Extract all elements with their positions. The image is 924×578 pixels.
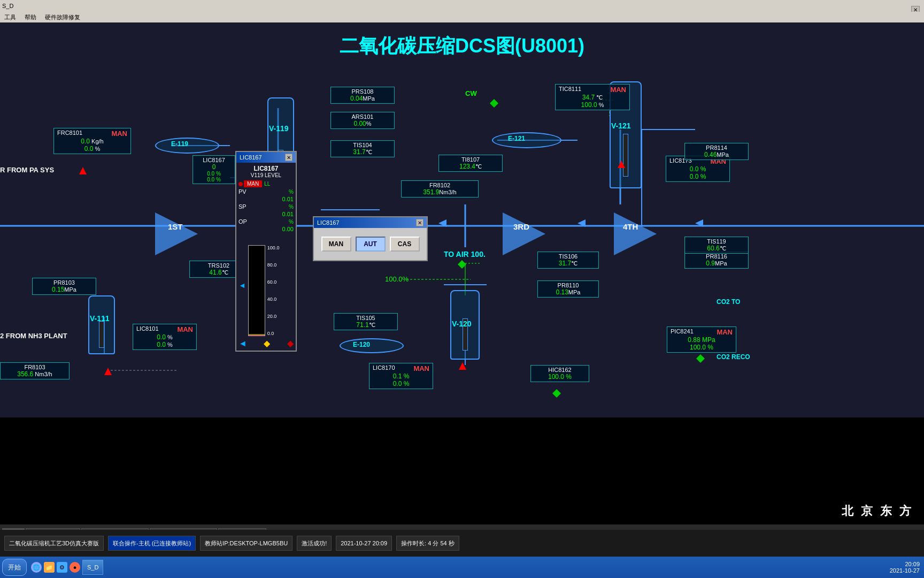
tic8111-val2: 100.0: [581, 101, 597, 109]
tic8111-val1: 34.7: [582, 94, 595, 101]
lic8167-bar: [248, 245, 265, 336]
vessel-v111: [88, 295, 115, 354]
lic8167-close-btn[interactable]: ✕: [285, 154, 292, 161]
tis119-unit: ℃: [720, 245, 726, 252]
lic8167-pv-label: PV: [238, 188, 255, 195]
scale-40: 40.0: [267, 296, 280, 302]
stage-3rd-label: 3RD: [513, 222, 529, 231]
scale-20: 20.0: [267, 314, 280, 319]
vessel-v121-label: V-121: [611, 121, 631, 130]
instrument-pr8116: PR8116 0.9MPa: [684, 252, 749, 269]
tis104-unit: ℃: [366, 149, 372, 155]
lic8167-sp-val: 0.01: [238, 211, 294, 217]
win-clock: 20:09 2021-10-27: [890, 561, 920, 574]
lic8101-val2: 0.0: [157, 341, 166, 348]
mode-aut-btn[interactable]: AUT: [356, 237, 386, 252]
mode-dialog-close-btn[interactable]: ✕: [416, 219, 424, 226]
label-cw: CW: [465, 89, 477, 97]
pr8110-tag: PR8110: [541, 282, 595, 288]
instrument-fr8103: FR8103 356.6 Nm3/h: [0, 362, 70, 379]
win-icon-3[interactable]: ⚙: [57, 562, 67, 573]
pr8103-unit: MPa: [64, 286, 76, 293]
mode-cas-btn[interactable]: CAS: [390, 237, 420, 252]
title-text: S_D: [2, 3, 13, 9]
pr8116-tag: PR8116: [688, 253, 745, 260]
exchanger-e119-label: E-119: [171, 140, 188, 148]
pr8116-value: 0.9: [706, 260, 715, 267]
instrument-tis105: TIS105 71.1℃: [334, 313, 398, 330]
vessel-v119-label: V-119: [269, 124, 289, 133]
win-task-label: S_D: [87, 564, 98, 571]
lic8167-ll: LL: [264, 181, 270, 187]
menu-help[interactable]: 帮助: [25, 13, 36, 21]
instrument-frc8101: FRC8101MAN 0.0 Kg/h 0.0 %: [53, 128, 131, 154]
lic8167-op-val: 0.00: [238, 226, 294, 232]
lic8167-op-row: OP %: [238, 218, 294, 225]
trs102-value: 41.6: [209, 269, 221, 276]
instrument-tis119: TIS119 60.6℃: [684, 237, 749, 254]
lic8167-pv-val: 0.01: [238, 196, 294, 202]
win-icon-1[interactable]: 🌐: [31, 562, 42, 573]
tis104-tag: TIS104: [334, 142, 391, 148]
status-2: 教师站IP:DESKTOP-LMGB5BU: [200, 536, 292, 551]
menu-hardware[interactable]: 硬件故障修复: [45, 13, 80, 21]
ti8107-tag: TI8107: [442, 156, 499, 163]
mode-man-btn[interactable]: MAN: [321, 237, 351, 252]
frc8101-mode: MAN: [111, 130, 127, 138]
win-icon-2[interactable]: 📁: [44, 562, 55, 573]
tis119-value: 60.6: [707, 245, 719, 252]
instrument-fr8102: FR8102 351.9Nm3/h: [401, 180, 479, 197]
stage-4th-label: 4TH: [623, 222, 638, 231]
valve-green-2: [458, 260, 466, 269]
lic8167-pv-row: PV %: [238, 188, 294, 195]
dcs-title: 二氧化碳压缩DCS图(U8001): [340, 33, 584, 59]
label-co2-reco: CO2 RECO: [717, 353, 750, 361]
tis106-tag: TIS106: [541, 253, 595, 260]
compressor-3rd: [503, 212, 545, 255]
tis106-value: 31.7: [559, 260, 571, 267]
lic8167-bar-fill-red: [249, 334, 265, 336]
stage-1st-label: 1ST: [168, 222, 183, 231]
mode-dialog-body: MAN AUT CAS: [314, 228, 427, 260]
pr8114-value: 0.46: [704, 151, 717, 158]
pr8114-tag: PR8114: [688, 144, 745, 151]
compressor-4th: [614, 212, 657, 255]
valve-green-1: [490, 99, 498, 108]
frc8101-tag: FRC8101: [57, 130, 82, 138]
instrument-pic8241: PIC8241MAN 0.88 MPa 100.0 %: [667, 326, 736, 353]
fr8102-unit: Nm3/h: [439, 189, 456, 195]
status-3: 激活成功!: [297, 536, 332, 551]
tis105-unit: ℃: [369, 322, 375, 328]
lic8167-pv-pct: %: [278, 189, 294, 195]
exchanger-e120: [340, 338, 404, 353]
status-1: 联合操作-主机 (已连接教师站): [108, 536, 196, 551]
lic8167-op-label: OP: [238, 218, 255, 225]
menu-bar: 工具 帮助 硬件故障修复: [0, 12, 924, 22]
mode-dialog: LIC8167 ✕ MAN AUT CAS: [313, 216, 428, 261]
fr8102-tag: FR8102: [405, 182, 475, 188]
ti8107-value: 123.4: [459, 163, 475, 170]
valve-green-4: [696, 354, 705, 363]
start-label: 开始: [8, 564, 21, 571]
menu-tools[interactable]: 工具: [4, 13, 16, 21]
win-taskbar: 开始 🌐 📁 ⚙ ● S_D 20:09 2021-10-27: [0, 557, 924, 578]
instrument-ti8107: TI8107 123.4℃: [438, 155, 503, 172]
label-from-pa: R FROM PA SYS: [0, 166, 54, 174]
label-co2-to: CO2 TO: [717, 298, 740, 306]
win-task-sd[interactable]: S_D: [82, 560, 103, 575]
win-icon-4[interactable]: ●: [70, 562, 80, 573]
instrument-tis106: TIS106 31.7℃: [537, 252, 599, 269]
win-start-button[interactable]: 开始: [2, 559, 27, 576]
lic8167-op-pct: %: [278, 219, 294, 225]
tis105-value: 71.1: [356, 321, 368, 329]
mode-dialog-tag: LIC8167: [317, 219, 340, 226]
ars101-unit: %: [366, 120, 372, 127]
valve-red-3: [459, 362, 466, 370]
lic8167-mode-btn[interactable]: MAN: [244, 180, 262, 187]
win-time: 20:09: [890, 561, 920, 567]
lic8167-panel-tag: LIC8167: [240, 154, 262, 161]
prs108-value: 0.04: [350, 95, 363, 102]
label-output-pct: 100.0%: [385, 275, 409, 283]
lic8167-desc: V119 LEVEL: [238, 172, 294, 178]
instrument-tis104: TIS104 31.7℃: [330, 140, 395, 157]
